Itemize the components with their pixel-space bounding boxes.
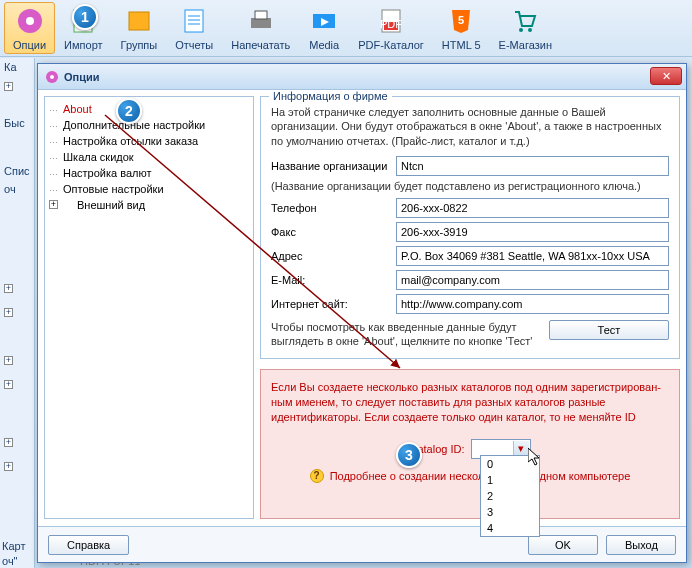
toolbar-options[interactable]: Опции	[4, 2, 55, 54]
question-icon: ?	[310, 469, 324, 483]
pdf-icon: PDF	[375, 5, 407, 37]
dialog-footer: Справка OK Выход	[38, 526, 686, 562]
tree-discount[interactable]: Шкала скидок	[49, 149, 249, 165]
mouse-cursor-icon	[528, 448, 544, 468]
svg-point-1	[26, 17, 34, 25]
org-label: Название организации	[271, 160, 396, 172]
left-sidebar: Ка + Быс Спис оч + + + + + +	[0, 58, 35, 568]
annotation-badge-3: 3	[396, 442, 422, 468]
org-input[interactable]	[396, 156, 669, 176]
expand-icon[interactable]: +	[4, 284, 13, 293]
help-button[interactable]: Справка	[48, 535, 129, 555]
toolbar-html5[interactable]: 5 HTML 5	[433, 2, 490, 54]
expand-icon[interactable]: +	[4, 356, 13, 365]
site-input[interactable]	[396, 294, 669, 314]
company-info-group: Информация о фирме На этой страничке сле…	[260, 96, 680, 359]
html5-icon: 5	[445, 5, 477, 37]
toolbar-eshop[interactable]: E-Магазин	[490, 2, 561, 54]
addr-label: Адрес	[271, 250, 396, 262]
reports-icon	[178, 5, 210, 37]
dialog-titlebar[interactable]: Опции ✕	[38, 64, 686, 90]
fax-label: Факс	[271, 226, 396, 238]
dropdown-option[interactable]: 3	[481, 504, 539, 520]
tree-advanced[interactable]: Дополнительные настройки	[49, 117, 249, 133]
options-dialog: Опции ✕ About Дополнительные настройки Н…	[37, 63, 687, 563]
group-description: На этой страничке следует заполнить осно…	[271, 105, 669, 148]
test-button[interactable]: Тест	[549, 320, 669, 340]
reg-note: (Название организации будет подставлено …	[271, 180, 669, 192]
options-tree: About Дополнительные настройки Настройка…	[44, 96, 254, 519]
cart-icon	[509, 5, 541, 37]
catalog-id-warning: Если Вы создаете несколько разных катало…	[260, 369, 680, 519]
media-icon	[308, 5, 340, 37]
tree-about[interactable]: About	[49, 101, 249, 117]
tree-wholesale[interactable]: Оптовые настройки	[49, 181, 249, 197]
expand-icon[interactable]: +	[49, 200, 58, 209]
svg-point-18	[528, 28, 532, 32]
expand-icon[interactable]: +	[4, 462, 13, 471]
svg-text:PDF: PDF	[380, 18, 402, 30]
annotation-badge-1: 1	[72, 4, 98, 30]
dropdown-option[interactable]: 1	[481, 472, 539, 488]
kart-label: Карт	[2, 540, 25, 552]
warning-text: Если Вы создаете несколько разных катало…	[271, 380, 669, 425]
expand-icon[interactable]: +	[4, 308, 13, 317]
close-button[interactable]: ✕	[650, 67, 682, 85]
tree-appearance[interactable]: +Внешний вид	[49, 197, 249, 213]
tree-currency[interactable]: Настройка валют	[49, 165, 249, 181]
fax-input[interactable]	[396, 222, 669, 242]
svg-point-17	[519, 28, 523, 32]
group-title: Информация о фирме	[269, 90, 392, 102]
email-label: E-Mail:	[271, 274, 396, 286]
ok-button[interactable]: OK	[528, 535, 598, 555]
gear-icon	[44, 69, 60, 85]
toolbar-media[interactable]: Media	[299, 2, 349, 54]
groups-icon	[123, 5, 155, 37]
tree-order[interactable]: Настройка отсылки заказа	[49, 133, 249, 149]
expand-icon[interactable]: +	[4, 380, 13, 389]
svg-rect-4	[185, 10, 203, 32]
phone-input[interactable]	[396, 198, 669, 218]
addr-input[interactable]	[396, 246, 669, 266]
svg-rect-9	[255, 11, 267, 19]
toolbar-print[interactable]: Напечатать	[222, 2, 299, 54]
expand-icon[interactable]: +	[4, 438, 13, 447]
dialog-title: Опции	[64, 71, 100, 83]
toolbar-pdf[interactable]: PDF PDF-Каталог	[349, 2, 433, 54]
dropdown-option[interactable]: 4	[481, 520, 539, 536]
expand-icon[interactable]: +	[4, 82, 13, 91]
svg-point-20	[50, 75, 54, 79]
toolbar-groups[interactable]: Группы	[112, 2, 167, 54]
test-description: Чтобы посмотреть как введенные данные бу…	[271, 320, 539, 349]
email-input[interactable]	[396, 270, 669, 290]
site-label: Интернет сайт:	[271, 298, 396, 310]
main-toolbar: Опции Импорт Группы Отчеты Напечатать Me…	[0, 0, 692, 57]
phone-label: Телефон	[271, 202, 396, 214]
annotation-badge-2: 2	[116, 98, 142, 124]
toolbar-reports[interactable]: Отчеты	[166, 2, 222, 54]
dropdown-option[interactable]: 2	[481, 488, 539, 504]
disc-icon	[14, 5, 46, 37]
exit-button[interactable]: Выход	[606, 535, 676, 555]
print-icon	[245, 5, 277, 37]
svg-rect-3	[129, 12, 149, 30]
svg-text:5: 5	[458, 14, 464, 26]
och2-label: оч"	[2, 555, 18, 567]
